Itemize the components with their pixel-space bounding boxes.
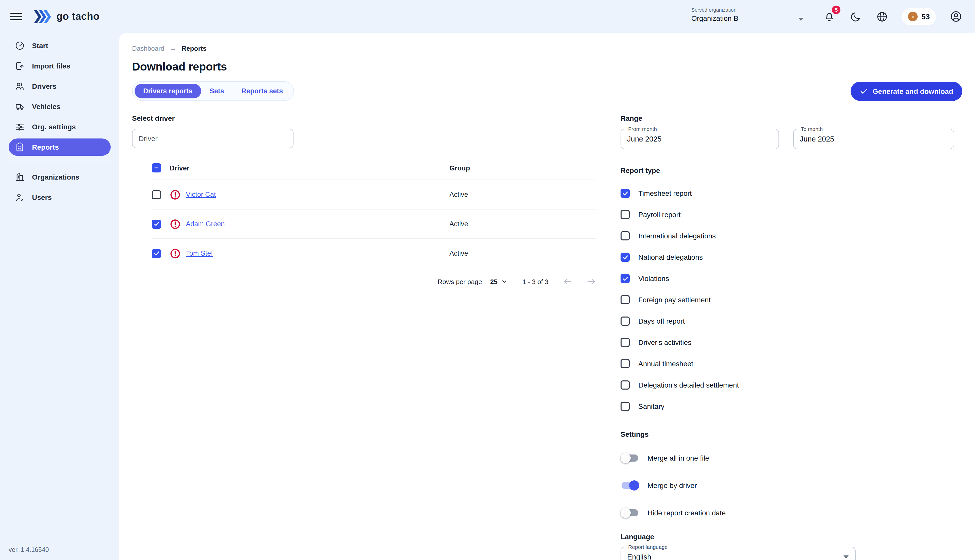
tab-drivers-reports[interactable]: Drivers reports	[135, 84, 201, 98]
tab-sets[interactable]: Sets	[201, 84, 233, 98]
hide-creation-date-toggle[interactable]	[620, 508, 639, 518]
moon-icon	[850, 10, 862, 23]
merge-all-in-one-file-row: Merge all in one file	[620, 444, 962, 472]
report-option-label: Foreign pay settlement	[638, 296, 711, 304]
sidebar-item-drivers[interactable]: Drivers	[8, 78, 111, 95]
served-organization-select[interactable]: Served organization Organization B	[691, 7, 806, 26]
breadcrumb-dashboard[interactable]: Dashboard	[132, 44, 164, 52]
to-month-value: June 2025	[800, 135, 834, 143]
account-button[interactable]	[949, 10, 962, 23]
logo-chevrons-icon	[33, 10, 52, 23]
to-month-label: To month	[798, 126, 825, 133]
table-row: Victor Cat Active	[152, 180, 596, 210]
check-icon	[622, 275, 629, 282]
next-page-icon[interactable]	[586, 277, 596, 287]
check-icon	[860, 87, 868, 95]
row-checkbox[interactable]	[152, 249, 161, 258]
report-option-checkbox[interactable]	[620, 189, 630, 198]
report-option-days-off: Days off report	[620, 310, 962, 332]
table-row: Adam Green Active	[152, 210, 596, 239]
report-option-checkbox[interactable]	[620, 253, 630, 262]
credits-count: 53	[921, 12, 930, 21]
report-option-delegations-detailed-settlement: Delegation's detailed settlement	[620, 374, 962, 396]
sidebar-item-vehicles[interactable]: Vehicles	[8, 98, 111, 115]
report-option-violations: Violations	[620, 268, 962, 289]
report-option-checkbox[interactable]	[620, 210, 630, 219]
sidebar-item-start[interactable]: Start	[8, 37, 111, 54]
people-icon	[15, 81, 25, 91]
warning-icon	[170, 218, 181, 230]
range-label: Range	[620, 114, 962, 122]
table-header-row: Driver Group	[152, 156, 596, 180]
select-all-checkbox[interactable]	[152, 163, 161, 172]
report-option-checkbox[interactable]	[620, 359, 630, 368]
app-logo: go tacho	[33, 10, 100, 23]
previous-page-icon[interactable]	[563, 277, 573, 287]
row-checkbox[interactable]	[152, 219, 161, 228]
from-month-label: From month	[625, 126, 659, 133]
topbar-icons: 5 » 53	[823, 8, 962, 25]
from-month-value: June 2025	[627, 135, 661, 143]
notifications-button[interactable]: 5	[823, 10, 836, 23]
settings-label: Settings	[620, 430, 962, 438]
sidebar-item-import-files[interactable]: Import files	[8, 57, 111, 75]
report-language-field-label: Report language	[625, 544, 670, 551]
sidebar-item-label: Org. settings	[32, 123, 76, 131]
globe-icon	[876, 10, 888, 23]
toggle-label: Merge by driver	[647, 482, 697, 490]
truck-icon	[15, 102, 25, 112]
from-month-field[interactable]: From month June 2025	[620, 129, 779, 149]
report-option-checkbox[interactable]	[620, 295, 630, 304]
driver-group-value: Active	[450, 250, 468, 257]
driver-group-value: Active	[450, 220, 468, 228]
sidebar-item-label: Reports	[32, 143, 59, 151]
hide-report-creation-date-row: Hide report creation date	[620, 499, 962, 527]
report-option-label: International delegations	[638, 232, 716, 240]
credits-pill[interactable]: » 53	[902, 8, 936, 25]
driver-search-input[interactable]	[132, 129, 294, 148]
to-month-field[interactable]: To month June 2025	[793, 129, 954, 149]
pagination: Rows per page 25 1 - 3 of 3	[152, 268, 596, 295]
user-circle-icon	[949, 10, 962, 23]
check-icon	[622, 190, 629, 197]
menu-toggle-icon[interactable]	[10, 13, 22, 20]
rows-per-page-select[interactable]: 25	[490, 278, 507, 285]
report-option-checkbox[interactable]	[620, 380, 630, 390]
report-language-select[interactable]: Report language English	[620, 547, 856, 560]
sidebar-item-organizations[interactable]: Organizations	[8, 168, 111, 186]
sidebar-item-org-settings[interactable]: Org. settings	[8, 118, 111, 135]
report-option-label: Days off report	[638, 317, 685, 325]
dark-mode-button[interactable]	[849, 10, 863, 23]
report-option-label: Driver's activities	[638, 338, 691, 347]
report-type-options: Timesheet report Payroll report	[620, 183, 962, 417]
merge-all-toggle[interactable]	[620, 453, 639, 463]
report-option-drivers-activities: Driver's activities	[620, 332, 962, 353]
language-button[interactable]	[876, 10, 889, 23]
report-option-sanitary: Sanitary	[620, 396, 962, 417]
sidebar-item-label: Organizations	[32, 173, 79, 181]
driver-name-link[interactable]: Adam Green	[186, 220, 225, 228]
toolbar: Drivers reports Sets Reports sets Genera…	[132, 81, 962, 101]
report-option-label: National delegations	[638, 253, 703, 261]
check-icon	[153, 250, 160, 257]
sidebar-item-users[interactable]: Users	[8, 189, 111, 206]
report-option-checkbox[interactable]	[620, 274, 630, 283]
report-option-label: Annual timesheet	[638, 360, 693, 368]
report-option-checkbox[interactable]	[620, 338, 630, 347]
driver-name-link[interactable]: Victor Cat	[186, 191, 216, 198]
report-option-national-delegations: National delegations	[620, 247, 962, 268]
generate-button-label: Generate and download	[873, 87, 953, 95]
driver-name-link[interactable]: Tom Stef	[186, 250, 213, 257]
sidebar-item-label: Users	[32, 193, 52, 202]
sidebar-item-label: Start	[32, 42, 48, 50]
tab-reports-sets[interactable]: Reports sets	[233, 84, 292, 98]
sidebar-item-label: Vehicles	[32, 102, 60, 111]
row-checkbox[interactable]	[152, 190, 161, 199]
report-option-checkbox[interactable]	[620, 231, 630, 240]
sidebar-item-reports[interactable]: Reports	[8, 138, 111, 156]
report-option-checkbox[interactable]	[620, 402, 630, 411]
generate-and-download-button[interactable]: Generate and download	[851, 82, 962, 101]
merge-by-driver-toggle[interactable]	[620, 480, 639, 490]
report-option-checkbox[interactable]	[620, 317, 630, 326]
main-content: Dashboard → Reports Download reports Dri…	[119, 33, 975, 560]
